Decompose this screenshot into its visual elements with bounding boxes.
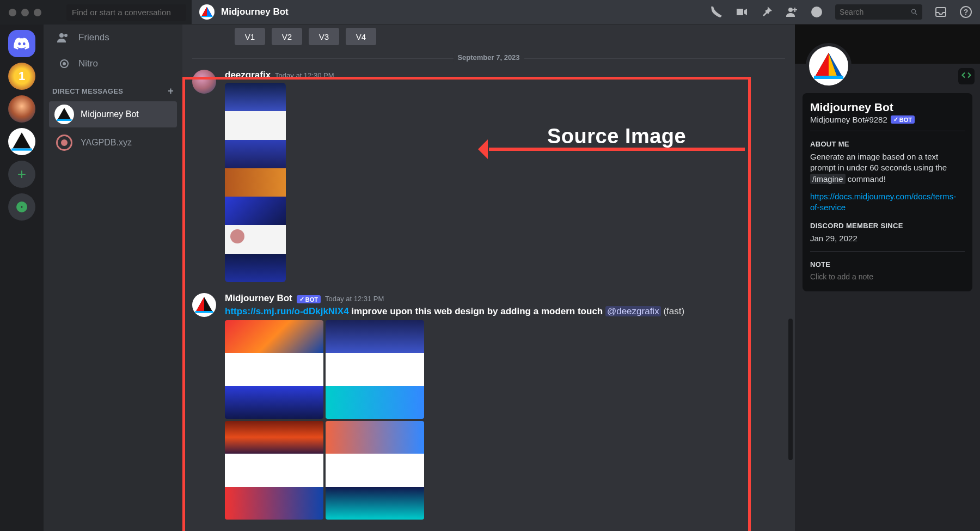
profile-name: Midjourney Bot <box>810 101 965 114</box>
svg-point-1 <box>788 8 793 12</box>
svg-point-2 <box>811 7 822 17</box>
annotation-arrow <box>489 148 745 151</box>
about-text: Generate an image based on a text prompt… <box>810 151 965 185</box>
v4-button[interactable]: V4 <box>346 28 376 45</box>
v3-button[interactable]: V3 <box>309 28 339 45</box>
message-timestamp: Today at 12:30 PM <box>275 71 334 80</box>
svg-point-9 <box>21 206 23 208</box>
message-bot: Midjourney Bot ✓ BOT Today at 12:31 PM h… <box>192 288 785 525</box>
member-since-value: Jan 29, 2022 <box>810 233 965 244</box>
attachment-source-image[interactable] <box>225 83 286 282</box>
profile-icon[interactable] <box>810 5 823 19</box>
mention[interactable]: @deezgrafix <box>605 306 661 316</box>
midjourney-icon <box>199 4 215 20</box>
svg-point-13 <box>63 62 66 65</box>
dm-item-midjourney[interactable]: Midjourney Bot <box>49 101 177 127</box>
tos-link[interactable]: https://docs.midjourney.com/docs/terms-o… <box>810 192 956 212</box>
server-rail: 1 + <box>0 25 44 531</box>
dm-item-label: YAGPDB.xyz <box>81 138 132 148</box>
home-button[interactable] <box>8 30 35 57</box>
window-traffic-lights[interactable] <box>0 9 41 16</box>
svg-rect-17 <box>195 311 213 313</box>
yagpdb-avatar-icon <box>54 133 74 152</box>
svg-rect-0 <box>201 16 213 17</box>
midjourney-icon <box>192 293 216 317</box>
help-icon[interactable]: ? <box>959 5 972 19</box>
bot-tag: ✓ BOT <box>297 295 321 303</box>
v1-button[interactable]: V1 <box>235 28 265 45</box>
friends-tab[interactable]: Friends <box>49 26 177 50</box>
message-user: deezgrafix Today at 12:30 PM <box>192 64 785 288</box>
server-1[interactable]: 1 <box>8 63 35 90</box>
compass-icon <box>15 200 28 213</box>
about-heading: ABOUT ME <box>810 140 965 148</box>
inbox-icon[interactable] <box>934 5 947 19</box>
server-2[interactable] <box>8 95 35 123</box>
annotation-label: Source Image <box>547 125 686 148</box>
channel-header: Midjourney Bot <box>199 4 289 20</box>
profile-avatar[interactable] <box>806 43 852 89</box>
bot-avatar[interactable] <box>192 293 216 317</box>
scrollbar[interactable] <box>788 319 793 460</box>
svg-point-3 <box>911 9 915 13</box>
svg-text:?: ? <box>964 8 969 16</box>
profile-tag: Midjourney Bot#9282 <box>810 115 887 124</box>
mode-text: (fast) <box>663 306 684 316</box>
search-input[interactable] <box>840 8 910 16</box>
svg-point-11 <box>64 34 68 37</box>
note-input[interactable] <box>810 272 965 281</box>
svg-rect-7 <box>11 149 32 151</box>
search-box[interactable] <box>835 4 922 20</box>
explore-button[interactable] <box>8 193 35 221</box>
v2-button[interactable]: V2 <box>272 28 302 45</box>
svg-point-10 <box>59 33 64 38</box>
code-icon <box>961 70 971 80</box>
slash-command: /imagine <box>810 174 846 184</box>
voice-call-icon[interactable] <box>710 5 723 19</box>
message-content: https://s.mj.run/o-dDkjkNlX4 improve upo… <box>225 306 785 317</box>
nitro-label: Nitro <box>78 58 98 69</box>
date-label: September 7, 2023 <box>453 53 524 62</box>
pin-icon[interactable] <box>760 5 773 19</box>
message-timestamp: Today at 12:31 PM <box>325 295 384 303</box>
quick-switch-input[interactable] <box>66 4 186 21</box>
add-friend-icon[interactable] <box>785 5 798 19</box>
nitro-icon <box>57 57 70 70</box>
discord-icon <box>14 37 30 50</box>
video-call-icon[interactable] <box>735 5 748 19</box>
user-avatar[interactable] <box>192 70 216 94</box>
message-author[interactable]: deezgrafix <box>225 70 271 81</box>
svg-point-16 <box>61 139 68 146</box>
svg-rect-14 <box>57 119 72 121</box>
midjourney-avatar-icon <box>54 105 74 124</box>
midjourney-server-icon <box>8 128 35 155</box>
message-author[interactable]: Midjourney Bot <box>225 293 292 304</box>
dm-item-yagpdb[interactable]: YAGPDB.xyz <box>49 130 177 156</box>
server-3[interactable] <box>8 128 35 155</box>
dm-item-label: Midjourney Bot <box>81 109 139 119</box>
new-dm-button[interactable]: + <box>168 86 174 97</box>
dev-badge[interactable] <box>958 68 975 84</box>
prompt-text: improve upon this web design by adding a… <box>349 306 605 316</box>
member-since-heading: DISCORD MEMBER SINCE <box>810 222 965 230</box>
variation-buttons-row: V1 V2 V3 V4 <box>192 25 785 53</box>
profile-panel: Midjourney Bot Midjourney Bot#9282 ✓ BOT… <box>795 25 980 531</box>
svg-rect-18 <box>814 76 843 79</box>
friends-icon <box>57 31 70 44</box>
midjourney-icon <box>809 46 848 86</box>
friends-label: Friends <box>78 32 109 43</box>
prompt-url[interactable]: https://s.mj.run/o-dDkjkNlX4 <box>225 306 349 316</box>
add-server-button[interactable]: + <box>8 161 35 188</box>
bot-tag: ✓ BOT <box>891 115 915 124</box>
search-icon <box>910 8 918 16</box>
attachment-result-grid[interactable] <box>225 320 424 520</box>
dm-heading: DIRECT MESSAGES <box>52 87 123 95</box>
channel-title: Midjourney Bot <box>221 7 289 17</box>
date-divider: September 7, 2023 <box>192 58 785 59</box>
note-heading: NOTE <box>810 260 965 268</box>
nitro-tab[interactable]: Nitro <box>49 52 177 76</box>
